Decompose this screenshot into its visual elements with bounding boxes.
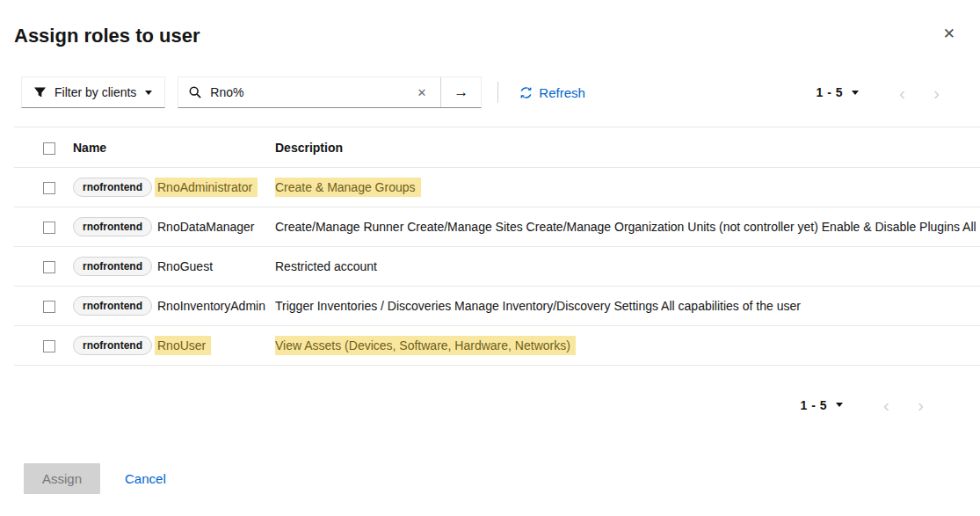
- search-input[interactable]: [210, 85, 403, 99]
- table-row: rnofrontend RnoAdministrator Create & Ma…: [14, 168, 980, 207]
- search-group: ✕ →: [178, 76, 482, 108]
- pagination-range: 1 - 5: [816, 85, 843, 99]
- chevron-down-icon: [836, 403, 843, 407]
- close-icon[interactable]: ✕: [941, 25, 957, 43]
- clear-search-icon[interactable]: ✕: [403, 87, 440, 98]
- select-all-checkbox[interactable]: [43, 142, 55, 155]
- next-page-button[interactable]: ›: [918, 396, 924, 414]
- refresh-label: Refresh: [539, 85, 585, 100]
- prev-page-button[interactable]: ‹: [883, 396, 889, 414]
- row-checkbox[interactable]: [43, 182, 55, 194]
- cancel-button[interactable]: Cancel: [125, 471, 166, 486]
- role-name: RnoGuest: [157, 259, 213, 273]
- pagination-bottom: 1 - 5 ‹ ›: [0, 396, 924, 414]
- page-title: Assign roles to user: [14, 23, 980, 49]
- row-checkbox[interactable]: [43, 340, 55, 352]
- pagination-range-toggle[interactable]: 1 - 5: [816, 85, 859, 99]
- table-row: rnofrontend RnoGuest Restricted account: [14, 247, 980, 287]
- client-badge: rnofrontend: [73, 296, 152, 316]
- table-header-row: Name Description: [14, 127, 980, 168]
- modal-footer: Assign Cancel: [24, 463, 980, 494]
- filter-dropdown-label: Filter by clients: [54, 85, 136, 99]
- pagination-range-toggle[interactable]: 1 - 5: [800, 398, 843, 412]
- filter-by-clients-dropdown[interactable]: Filter by clients: [21, 76, 165, 108]
- role-description: Trigger Inventories / Discoveries Manage…: [275, 299, 801, 313]
- refresh-icon: [519, 86, 533, 99]
- table-row: rnofrontend RnoInventoryAdmin Trigger In…: [14, 287, 980, 326]
- client-badge: rnofrontend: [73, 217, 152, 236]
- row-checkbox[interactable]: [43, 261, 55, 273]
- next-page-button[interactable]: ›: [933, 84, 940, 102]
- assign-roles-modal: Assign roles to user ✕ Filter by clients…: [0, 23, 980, 494]
- role-description: Restricted account: [275, 259, 377, 273]
- pagination-range: 1 - 5: [800, 398, 827, 412]
- client-badge: rnofrontend: [73, 257, 152, 276]
- client-badge: rnofrontend: [73, 336, 152, 355]
- column-header-description: Description: [275, 127, 980, 168]
- row-checkbox[interactable]: [43, 222, 55, 234]
- role-description: View Assets (Devices, Software, Hardware…: [275, 336, 576, 355]
- role-name: RnoAdministrator: [155, 178, 258, 197]
- refresh-button[interactable]: Refresh: [519, 85, 585, 100]
- table-body: rnofrontend RnoAdministrator Create & Ma…: [14, 168, 980, 366]
- role-description: Create & Manage Groups: [275, 178, 421, 197]
- client-badge: rnofrontend: [73, 178, 152, 197]
- roles-table: Name Description rnofrontend RnoAdminist…: [14, 127, 980, 366]
- table-row: rnofrontend RnoUser View Assets (Devices…: [14, 326, 980, 366]
- search-submit-arrow-icon[interactable]: →: [440, 77, 481, 107]
- chevron-down-icon: [852, 91, 859, 95]
- role-name: RnoInventoryAdmin: [157, 299, 265, 313]
- prev-page-button[interactable]: ‹: [899, 84, 905, 102]
- pagination-top: 1 - 5 ‹ ›: [816, 84, 940, 102]
- role-name: RnoUser: [155, 336, 211, 355]
- column-header-name: Name: [73, 127, 275, 168]
- chevron-down-icon: [145, 91, 152, 95]
- toolbar: Filter by clients ✕ → Refresh 1 - 5 ‹ ›: [21, 76, 966, 109]
- row-checkbox[interactable]: [43, 301, 55, 313]
- search-icon: [189, 86, 201, 98]
- table-row: rnofrontend RnoDataManager Create/Manage…: [14, 207, 980, 247]
- role-description: Create/Manage Runner Create/Manage Sites…: [275, 220, 976, 234]
- role-name: RnoDataManager: [157, 220, 255, 234]
- assign-button[interactable]: Assign: [24, 463, 100, 494]
- toolbar-divider: [497, 82, 498, 103]
- filter-icon: [34, 87, 46, 98]
